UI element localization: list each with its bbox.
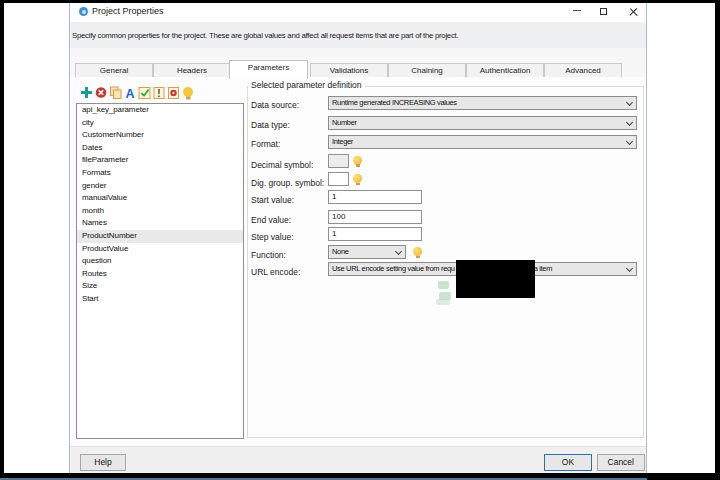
svg-text:A: A [125,87,134,101]
svg-text:!: ! [157,88,160,99]
